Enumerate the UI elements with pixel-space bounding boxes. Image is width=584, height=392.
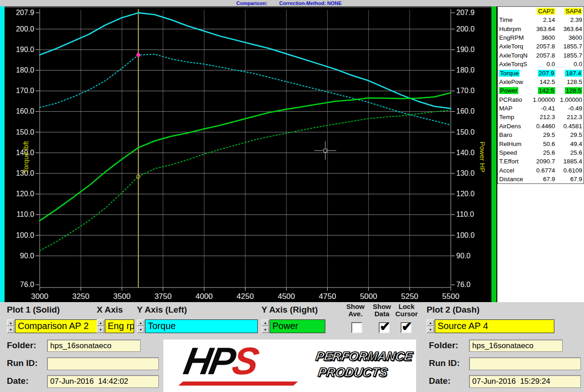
svg-text:110.0: 110.0 (456, 210, 474, 218)
svg-text:120.0: 120.0 (16, 190, 34, 198)
svg-text:190.0: 190.0 (456, 46, 474, 53)
show-data-label: Show Data (370, 303, 394, 318)
svg-text:90.0: 90.0 (20, 252, 34, 260)
runid-input-right[interactable] (469, 357, 581, 370)
svg-text:150.0: 150.0 (16, 128, 34, 136)
main-content: 207.9207.9200.0200.0190.0190.0180.0180.0… (0, 6, 584, 302)
table-row: AxlePow142.5128.5 (498, 78, 584, 86)
dyno-chart[interactable]: 207.9207.9200.0200.0190.0190.0180.0180.0… (0, 6, 496, 302)
xaxis-label: X Axis (97, 305, 123, 315)
table-row: Hubrpm363.64363.64 (498, 24, 584, 33)
show-data-checkbox[interactable]: ✔ (379, 322, 390, 333)
svg-text:140.0: 140.0 (456, 149, 474, 157)
spin-down-icon[interactable]: ▼ (7, 326, 15, 333)
spin-down-icon[interactable]: ▼ (137, 326, 145, 333)
svg-text:4250: 4250 (237, 292, 254, 301)
svg-text:120.0: 120.0 (456, 190, 474, 198)
correction-method-label: Correction-Method: NONE (279, 0, 342, 6)
table-row: Power142.5128.5 (498, 86, 584, 95)
hps-logo-words: PERFORMANCE PRODUCTS (313, 349, 413, 381)
plot2-label: Plot 2 (Dash) (427, 305, 480, 315)
date-label-right: Date: (429, 376, 451, 386)
xaxis-select[interactable]: Eng rpm (105, 319, 134, 333)
svg-text:4000: 4000 (195, 292, 213, 301)
plot-area: 207.9207.9200.0200.0190.0190.0180.0180.0… (0, 6, 496, 302)
dyno-app-window: Comparison: Correction-Method: NONE 207.… (0, 0, 584, 392)
svg-text:3250: 3250 (72, 292, 89, 301)
yaxis-right-select[interactable]: Power (270, 319, 325, 333)
crosshair-cursor (314, 141, 336, 160)
power-axis-color-bar (491, 6, 496, 302)
hps-logo: HPS PERFORMANCE PRODUCTS (163, 340, 416, 392)
date-label-left: Date: (7, 376, 29, 386)
runid-label-right: Run ID: (429, 358, 460, 368)
power-axis-title: Power HP (479, 141, 486, 172)
show-ave-checkbox[interactable] (351, 322, 362, 333)
table-row: EngRPM36003600 (498, 33, 584, 42)
folder-label-left: Folder: (7, 340, 36, 350)
spin-up-icon[interactable]: ▲ (261, 319, 269, 326)
hps-logo-letters: HPS (180, 336, 263, 386)
table-row: AirDens0.44600.4581 (498, 122, 584, 131)
table-header-row: CAP2SAP4 (498, 7, 584, 16)
lock-cursor-label: Lock Cursor (391, 303, 422, 318)
lock-cursor-checkbox[interactable]: ✔ (401, 322, 412, 333)
control-panel: Plot 1 (Solid) X Axis Y Axis (Left) Y Ax… (0, 302, 584, 392)
svg-text:76.0: 76.0 (456, 281, 470, 288)
spin-down-icon[interactable]: ▼ (97, 326, 104, 333)
table-row: Speed25.625.6 (498, 148, 584, 157)
spin-down-icon[interactable]: ▼ (261, 326, 269, 333)
svg-text:160.0: 160.0 (16, 107, 34, 115)
svg-text:200.0: 200.0 (16, 25, 34, 33)
plot1-select[interactable]: Comparison AP 2 (15, 319, 103, 333)
plot2-spinner[interactable]: ▲ ▼ (427, 319, 434, 333)
spin-up-icon[interactable]: ▲ (7, 319, 15, 326)
folder-input-right[interactable]: hps_16sonataeco (469, 340, 563, 352)
table-row: Time2.142.39 (498, 16, 584, 24)
svg-text:160.0: 160.0 (456, 107, 474, 115)
x-axis-ticks: 3000325035003750400042504500475050005250… (31, 287, 459, 301)
xaxis-spinner[interactable]: ▲ ▼ (97, 319, 104, 333)
torque-axis-color-bar (0, 6, 5, 302)
table-row: PCRatio1.000001.00000 (498, 95, 584, 104)
svg-text:90.0: 90.0 (456, 252, 470, 260)
yaxis-right-spinner[interactable]: ▲ ▼ (261, 319, 269, 333)
plot1-spinner[interactable]: ▲ ▼ (7, 319, 15, 333)
yaxis-right-label: Y Axis (Right) (261, 305, 318, 315)
svg-text:190.0: 190.0 (16, 46, 34, 53)
spin-up-icon[interactable]: ▲ (427, 319, 434, 326)
cursor-marker-dot (136, 53, 141, 57)
folder-input-left[interactable]: hps_16sonataeco (47, 340, 141, 352)
table-row: Baro29.529.5 (498, 131, 584, 139)
table-row: AxleTorq2057.81855.7 (498, 42, 584, 51)
svg-text:5000: 5000 (360, 292, 377, 301)
date-input-left[interactable]: 07-Jun-2016 14:42:02 (47, 375, 159, 388)
spin-up-icon[interactable]: ▲ (137, 319, 145, 326)
runid-label-left: Run ID: (7, 358, 38, 368)
svg-text:170.0: 170.0 (456, 87, 474, 94)
torque-axis-title: Torque lbft (22, 141, 30, 173)
table-row: Accel0.67740.6109 (498, 166, 584, 175)
table-row: AxleTorqS0.00.0 (498, 60, 584, 68)
svg-text:170.0: 170.0 (16, 87, 34, 94)
table-row: Distance67.967.9 (498, 175, 584, 184)
plot2-select[interactable]: Source AP 4 (435, 319, 554, 333)
svg-text:207.9: 207.9 (456, 9, 474, 16)
spin-up-icon[interactable]: ▲ (97, 319, 104, 326)
data-readout-panel: CAP2SAP4Time2.142.39Hubrpm363.64363.64En… (496, 6, 584, 302)
date-input-right[interactable]: 07-Jun-2016 15:29:24 (469, 375, 581, 388)
svg-text:3000: 3000 (31, 292, 48, 301)
table-row: T.Effort2090.71885.4 (498, 157, 584, 166)
svg-text:3500: 3500 (113, 292, 130, 301)
svg-text:130.0: 130.0 (456, 169, 474, 177)
spin-down-icon[interactable]: ▼ (427, 326, 434, 333)
table-row: AxleTorqN2057.81855.7 (498, 51, 584, 60)
runid-input-left[interactable] (47, 357, 159, 370)
yaxis-left-select[interactable]: Torque (145, 319, 258, 333)
svg-text:180.0: 180.0 (16, 66, 34, 74)
yaxis-left-spinner[interactable]: ▲ ▼ (137, 319, 145, 333)
svg-text:180.0: 180.0 (456, 66, 474, 74)
yaxis-left-label: Y Axis (Left) (137, 305, 187, 315)
svg-text:4500: 4500 (278, 292, 295, 301)
channel-data-table: CAP2SAP4Time2.142.39Hubrpm363.64363.64En… (497, 6, 584, 184)
